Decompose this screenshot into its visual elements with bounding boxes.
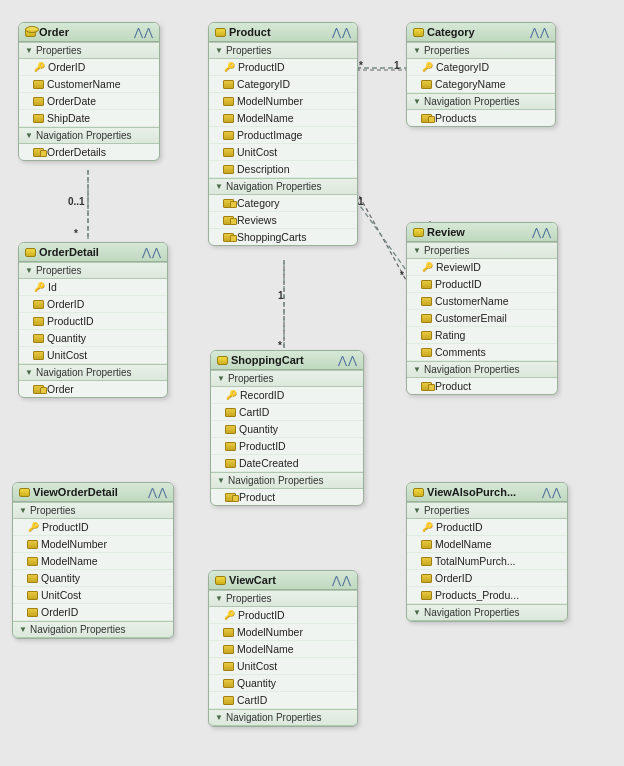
viewcart-nav-header: ▼ Navigation Properties — [209, 709, 357, 726]
nav-icon — [223, 216, 234, 225]
order-field-orderid: 🔑 OrderID — [19, 59, 159, 76]
field-icon — [223, 165, 234, 174]
product-field-modelname: ModelName — [209, 110, 357, 127]
field-icon — [421, 280, 432, 289]
orderdetail-expand[interactable]: ⋀ ⋀ — [142, 247, 161, 258]
order-title-text: Order — [39, 26, 69, 38]
field-icon — [421, 80, 432, 89]
field-icon — [33, 317, 44, 326]
orderdetail-field-id: 🔑 Id — [19, 279, 167, 296]
field-icon — [27, 557, 38, 566]
review-field-customername: CustomerName — [407, 293, 557, 310]
product-expand[interactable]: ⋀ ⋀ — [332, 27, 351, 38]
key-icon: 🔑 — [225, 389, 237, 401]
field-icon — [223, 97, 234, 106]
key-icon: 🔑 — [421, 261, 433, 273]
field-icon — [421, 557, 432, 566]
entity-orderdetail-title: OrderDetail — [25, 246, 99, 258]
review-field-comments: Comments — [407, 344, 557, 361]
nav-icon — [223, 233, 234, 242]
entity-category-title: Category — [413, 26, 475, 38]
key-icon: 🔑 — [421, 61, 433, 73]
entity-vieworderdetail-title: ViewOrderDetail — [19, 486, 118, 498]
field-icon — [223, 80, 234, 89]
shoppingcart-props-header: ▼ Properties — [211, 370, 363, 387]
field-icon — [421, 331, 432, 340]
review-db-icon — [413, 228, 424, 237]
product-nav-shoppingcarts: ShoppingCarts — [209, 229, 357, 245]
svg-line-7 — [356, 200, 406, 270]
field-icon — [33, 97, 44, 106]
viewalsopurch-expand[interactable]: ⋀ ⋀ — [542, 487, 561, 498]
field-icon — [27, 540, 38, 549]
entity-order-title: Order — [25, 26, 69, 38]
orderdetail-nav-header: ▼ Navigation Properties — [19, 364, 167, 381]
nav-icon — [33, 148, 44, 157]
vieworderdetail-expand[interactable]: ⋀ ⋀ — [148, 487, 167, 498]
entity-viewcart-title: ViewCart — [215, 574, 276, 586]
viewalsopurch-db-icon — [413, 488, 424, 497]
viewcart-props-header: ▼ Properties — [209, 590, 357, 607]
viewalsopurch-title-text: ViewAlsoPurch... — [427, 486, 516, 498]
vieworderdetail-field-modelnumber: ModelNumber — [13, 536, 173, 553]
vieworderdetail-field-unitcost: UnitCost — [13, 587, 173, 604]
label-1b: 1 — [278, 290, 284, 301]
category-expand[interactable]: ⋀ ⋀ — [530, 27, 549, 38]
shoppingcart-title-text: ShoppingCart — [231, 354, 304, 366]
order-nav-label: Navigation Properties — [36, 130, 132, 141]
viewalsopurch-field-productsprodu: Products_Produ... — [407, 587, 567, 604]
field-icon — [33, 351, 44, 360]
review-nav-header: ▼ Navigation Properties — [407, 361, 557, 378]
shoppingcart-nav-header: ▼ Navigation Properties — [211, 472, 363, 489]
viewalsopurch-props-header: ▼ Properties — [407, 502, 567, 519]
vieworderdetail-title-text: ViewOrderDetail — [33, 486, 118, 498]
review-expand[interactable]: ⋀ ⋀ — [532, 227, 551, 238]
viewalsopurch-field-productid: 🔑 ProductID — [407, 519, 567, 536]
order-field-orderdate: OrderDate — [19, 93, 159, 110]
nav-icon — [225, 493, 236, 502]
entity-viewalsopurch-header: ViewAlsoPurch... ⋀ ⋀ — [407, 483, 567, 502]
entity-vieworderdetail: ViewOrderDetail ⋀ ⋀ ▼ Properties 🔑 Produ… — [12, 482, 174, 639]
product-nav-category: Category — [209, 195, 357, 212]
vieworderdetail-field-orderid: OrderID — [13, 604, 173, 621]
entity-viewcart-header: ViewCart ⋀ ⋀ — [209, 571, 357, 590]
category-nav-products: Products — [407, 110, 555, 126]
product-field-modelnumber: ModelNumber — [209, 93, 357, 110]
field-icon — [421, 314, 432, 323]
review-field-rating: Rating — [407, 327, 557, 344]
order-nav-orderdetails: OrderDetails — [19, 144, 159, 160]
field-icon — [223, 131, 234, 140]
label-01: 0..1 — [68, 196, 85, 207]
product-field-description: Description — [209, 161, 357, 178]
viewcart-title-text: ViewCart — [229, 574, 276, 586]
field-icon — [223, 628, 234, 637]
vieworderdetail-nav-header: ▼ Navigation Properties — [13, 621, 173, 638]
product-field-unitcost: UnitCost — [209, 144, 357, 161]
orderdetail-field-productid: ProductID — [19, 313, 167, 330]
order-expand[interactable]: ⋀ ⋀ — [134, 27, 153, 38]
viewcart-field-modelnumber: ModelNumber — [209, 624, 357, 641]
field-icon — [223, 645, 234, 654]
field-icon — [225, 425, 236, 434]
field-icon — [223, 114, 234, 123]
shoppingcart-nav-product: Product — [211, 489, 363, 505]
label-star4: * — [400, 270, 404, 281]
field-icon — [421, 540, 432, 549]
orderdetail-nav-order: Order — [19, 381, 167, 397]
viewcart-field-cartid: CartID — [209, 692, 357, 709]
shoppingcart-expand[interactable]: ⋀ ⋀ — [338, 355, 357, 366]
field-icon — [33, 300, 44, 309]
shoppingcart-field-quantity: Quantity — [211, 421, 363, 438]
entity-viewalsopurch: ViewAlsoPurch... ⋀ ⋀ ▼ Properties 🔑 Prod… — [406, 482, 568, 622]
nav-icon — [223, 199, 234, 208]
viewcart-expand[interactable]: ⋀ ⋀ — [332, 575, 351, 586]
field-icon — [33, 114, 44, 123]
review-title-text: Review — [427, 226, 465, 238]
entity-viewcart: ViewCart ⋀ ⋀ ▼ Properties 🔑 ProductID Mo… — [208, 570, 358, 727]
entity-shoppingcart: ShoppingCart ⋀ ⋀ ▼ Properties 🔑 RecordID… — [210, 350, 364, 506]
vieworderdetail-db-icon — [19, 488, 30, 497]
review-field-reviewid: 🔑 ReviewID — [407, 259, 557, 276]
nav-icon — [421, 382, 432, 391]
viewalsopurch-nav-header: ▼ Navigation Properties — [407, 604, 567, 621]
entity-order: Order ⋀ ⋀ ▼ Properties 🔑 OrderID Custome… — [18, 22, 160, 161]
